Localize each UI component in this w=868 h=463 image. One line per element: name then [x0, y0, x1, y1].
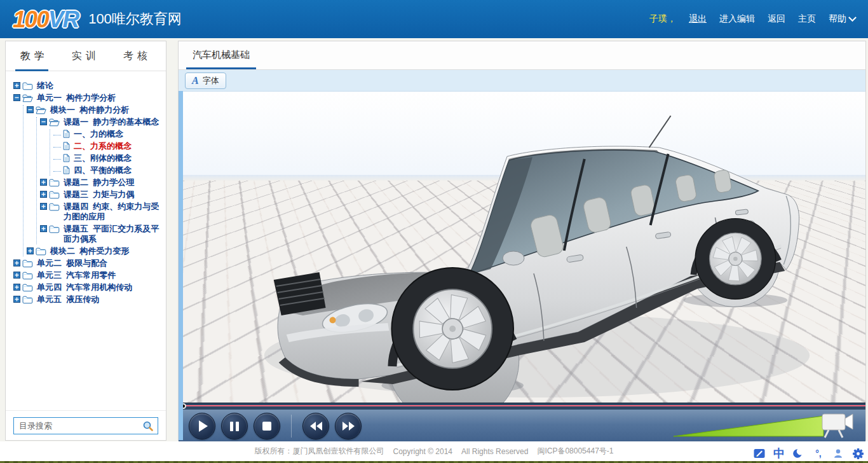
enter-edit-link[interactable]: 进入编辑 [719, 13, 755, 25]
tree-item[interactable]: 单元五 液压传动 [13, 294, 165, 305]
plus-icon[interactable] [13, 82, 20, 89]
back-link[interactable]: 返回 [768, 13, 785, 25]
stop-button[interactable] [254, 413, 280, 439]
front-wheel [391, 268, 513, 390]
progress-line [179, 405, 865, 406]
folder-icon [49, 202, 60, 211]
stop-icon [262, 422, 271, 431]
tree-item[interactable]: 四、平衡的概念 [53, 165, 165, 176]
page-footer: 版权所有：厦门凤凰创壹软件有限公司 Copyright © 2014 All R… [0, 441, 868, 461]
plus-icon[interactable] [40, 225, 47, 232]
tab-course-title[interactable]: 汽车机械基础 [186, 41, 256, 69]
tree-item[interactable]: 模块二 构件受力变形 [27, 246, 165, 256]
ime-fullwidth-moon-icon[interactable] [792, 447, 805, 460]
username-label: 子璞， [649, 13, 676, 25]
tree-item[interactable]: 单元一 构件力学分析 [13, 93, 165, 103]
tree-connector [53, 165, 61, 172]
search-input[interactable] [18, 420, 142, 431]
copyright-cn: 版权所有：厦门凤凰创壹软件有限公司 [254, 446, 384, 457]
volume-wedge [674, 416, 824, 436]
copyright-en: Copyright © 2014 [393, 447, 452, 456]
folder-icon [22, 295, 33, 304]
tab-teaching[interactable]: 教学 [8, 41, 60, 71]
folder-icon [22, 283, 33, 292]
tree-item[interactable]: 单元二 极限与配合 [13, 258, 165, 268]
plus-icon[interactable] [13, 296, 20, 303]
plus-icon[interactable] [40, 203, 47, 210]
tab-assessment[interactable]: 考核 [112, 41, 163, 71]
site-title: 100唯尔教育网 [88, 10, 182, 29]
ime-language-bar: 中 °, [753, 447, 864, 460]
site-logo[interactable]: 100VR [13, 8, 78, 31]
plus-icon[interactable] [40, 179, 47, 186]
tree-item[interactable]: 单元三 汽车常用零件 [13, 270, 165, 280]
course-sidebar: 教学 实训 考核 绪论 单元一 构件力学分析 模块一 构件静力分析 [5, 41, 166, 441]
tree-item[interactable]: 一、力的概念 [53, 129, 165, 139]
font-button[interactable]: A 字体 [185, 73, 226, 89]
3d-viewport[interactable] [179, 92, 865, 403]
tree-item[interactable]: 课题一 静力学的基本概念 [40, 117, 165, 127]
ime-user-icon[interactable] [832, 447, 844, 460]
tree-item[interactable]: 课题五 平面汇交力系及平面力偶系 [40, 224, 165, 244]
search-box[interactable] [13, 417, 158, 434]
content-tab-row: 汽车机械基础 [179, 41, 865, 70]
folder-open-icon [22, 93, 33, 102]
tree-item[interactable]: 三、刚体的概念 [53, 153, 165, 163]
tree-item-selected[interactable]: 二、力系的概念 [53, 141, 165, 151]
folder-icon [49, 225, 60, 233]
folder-open-icon [36, 106, 46, 114]
folder-icon [22, 271, 33, 280]
car-model[interactable] [179, 92, 865, 403]
tree-item[interactable]: 课题四 约束、约束力与受力图的应用 [40, 202, 165, 222]
home-link[interactable]: 主页 [798, 13, 816, 25]
play-button[interactable] [189, 413, 215, 439]
plus-icon[interactable] [40, 191, 47, 198]
top-header: 100VR 100唯尔教育网 子璞， 退出 进入编辑 返回 主页 帮助 [0, 0, 868, 38]
viewer-toolbar: A 字体 [179, 70, 865, 92]
ime-settings-gear-icon[interactable] [851, 447, 864, 460]
plus-icon[interactable] [13, 272, 20, 279]
camera-icon [822, 414, 853, 438]
course-tree: 绪论 单元一 构件力学分析 模块一 构件静力分析 课题一 静力学的基本概念 [6, 71, 166, 397]
minus-icon[interactable] [27, 106, 34, 113]
folder-open-icon [49, 118, 60, 127]
minus-icon[interactable] [40, 118, 47, 125]
media-player-bar [179, 403, 865, 442]
help-menu[interactable]: 帮助 [829, 13, 855, 25]
pause-icon [230, 422, 239, 431]
tree-connector [53, 153, 61, 160]
folder-icon [49, 190, 60, 199]
folder-icon [49, 178, 60, 187]
folder-icon [22, 259, 33, 268]
play-icon [199, 420, 208, 432]
plus-icon[interactable] [13, 259, 20, 266]
volume-control[interactable] [672, 408, 857, 439]
font-icon: A [192, 76, 199, 86]
rights-text: All Rights Reserved [461, 447, 528, 456]
tree-item[interactable]: 模块一 构件静力分析 [27, 105, 165, 115]
rewind-button[interactable] [302, 413, 329, 439]
tree-item[interactable]: 绪论 [13, 81, 165, 91]
viewer-scrollbar[interactable] [179, 91, 183, 440]
ime-pen-panel-icon[interactable] [753, 447, 766, 460]
tree-item[interactable]: 课题三 力矩与力偶 [40, 190, 165, 200]
minus-icon[interactable] [13, 94, 20, 101]
folder-icon [22, 81, 33, 90]
folder-icon [36, 247, 46, 256]
icp-number: 闽ICP备08005447号-1 [537, 446, 613, 457]
plus-icon[interactable] [27, 247, 34, 254]
document-icon [63, 166, 70, 174]
ime-punctuation-icon[interactable]: °, [812, 447, 825, 460]
pause-button[interactable] [221, 413, 248, 439]
content-panel: 汽车机械基础 A 字体 [178, 41, 866, 441]
ime-chinese-mode-icon[interactable]: 中 [773, 447, 785, 460]
help-link[interactable]: 帮助 [829, 13, 846, 25]
rewind-icon [310, 422, 322, 431]
forward-button[interactable] [335, 413, 362, 439]
search-icon[interactable] [142, 420, 154, 432]
tab-training[interactable]: 实训 [60, 41, 111, 71]
tree-item[interactable]: 课题二 静力学公理 [40, 177, 165, 188]
plus-icon[interactable] [13, 284, 20, 291]
tree-item[interactable]: 单元四 汽车常用机构传动 [13, 282, 165, 293]
logout-link[interactable]: 退出 [689, 13, 707, 25]
